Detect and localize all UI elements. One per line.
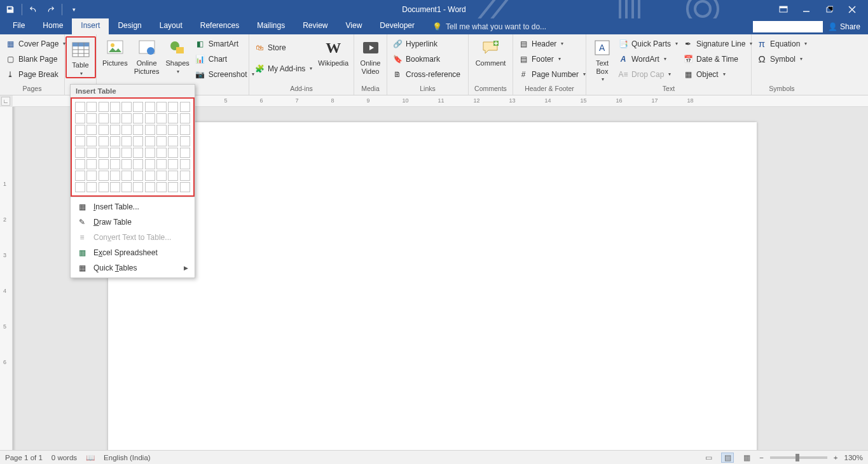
table-grid-cell[interactable] — [110, 125, 120, 135]
tab-layout[interactable]: Layout — [151, 18, 191, 34]
table-grid-cell[interactable] — [86, 113, 97, 123]
tab-home[interactable]: Home — [34, 18, 72, 34]
bookmark-button[interactable]: 🔖Bookmark — [390, 52, 463, 66]
table-grid-cell[interactable] — [99, 113, 109, 123]
table-grid-cell[interactable] — [99, 148, 109, 158]
table-grid-cell[interactable] — [75, 136, 85, 146]
object-button[interactable]: ▦Object▾ — [680, 67, 755, 81]
table-grid-cell[interactable] — [121, 136, 132, 146]
table-grid-cell[interactable] — [156, 171, 167, 181]
table-grid-cell[interactable] — [145, 102, 155, 112]
table-grid-cell[interactable] — [180, 102, 190, 112]
page-number-button[interactable]: #Page Number▾ — [516, 67, 588, 81]
table-grid-cell[interactable] — [156, 182, 167, 192]
table-grid-cell[interactable] — [75, 125, 85, 135]
table-grid-cell[interactable] — [121, 148, 132, 158]
tab-insert[interactable]: Insert — [72, 18, 109, 34]
online-video-button[interactable]: Online Video — [357, 36, 384, 75]
table-grid-cell[interactable] — [121, 171, 132, 181]
table-grid-cell[interactable] — [75, 182, 85, 192]
table-grid-cell[interactable] — [110, 148, 120, 158]
store-button[interactable]: 🛍Store — [252, 40, 315, 55]
table-grid-cell[interactable] — [86, 182, 97, 192]
comment-button[interactable]: Comment — [472, 36, 509, 67]
tab-review[interactable]: Review — [294, 18, 336, 34]
tab-file[interactable]: File — [4, 18, 34, 34]
zoom-in-button[interactable]: + — [834, 454, 838, 461]
table-grid-cell[interactable] — [86, 159, 97, 169]
status-language[interactable]: English (India) — [104, 454, 151, 461]
table-grid-cell[interactable] — [121, 125, 132, 135]
table-grid-cell[interactable] — [133, 136, 143, 146]
textbox-button[interactable]: AText Box▾ — [589, 36, 616, 82]
table-grid-cell[interactable] — [99, 136, 109, 146]
table-grid-cell[interactable] — [121, 182, 132, 192]
table-grid-cell[interactable] — [133, 113, 143, 123]
zoom-slider[interactable] — [770, 456, 827, 459]
table-grid-cell[interactable] — [145, 171, 155, 181]
tab-developer[interactable]: Developer — [371, 18, 424, 34]
shapes-button[interactable]: Shapes▾ — [163, 36, 193, 74]
table-grid-cell[interactable] — [121, 113, 132, 123]
table-grid-cell[interactable] — [180, 148, 190, 158]
vertical-ruler[interactable]: 123456 — [0, 107, 13, 450]
tab-stop-selector[interactable]: ∟ — [1, 97, 10, 106]
smartart-button[interactable]: ◧SmartArt — [193, 36, 257, 51]
proofing-icon[interactable]: 📖 — [86, 453, 95, 462]
zoom-out-button[interactable]: − — [759, 454, 764, 461]
table-grid-cell[interactable] — [75, 113, 85, 123]
table-grid-cell[interactable] — [156, 159, 167, 169]
table-grid-cell[interactable] — [110, 102, 120, 112]
qat-customize-icon[interactable]: ▾ — [67, 3, 80, 16]
table-grid-cell[interactable] — [99, 182, 109, 192]
table-grid-selector[interactable] — [71, 97, 195, 197]
crossref-button[interactable]: 🗎Cross-reference — [390, 67, 463, 81]
screenshot-button[interactable]: 📷Screenshot▾ — [193, 67, 257, 81]
table-grid-cell[interactable] — [86, 148, 97, 158]
print-layout-button[interactable]: ▤ — [721, 453, 734, 463]
table-grid-cell[interactable] — [75, 159, 85, 169]
table-grid-cell[interactable] — [180, 113, 190, 123]
table-grid-cell[interactable] — [156, 136, 167, 146]
table-grid-cell[interactable] — [86, 102, 97, 112]
blank-page-button[interactable]: ▢Blank Page — [3, 52, 68, 66]
symbol-button[interactable]: ΩSymbol▾ — [754, 52, 809, 66]
page-break-button[interactable]: ⤓Page Break — [3, 67, 68, 81]
table-grid-cell[interactable] — [110, 182, 120, 192]
table-grid-cell[interactable] — [145, 148, 155, 158]
table-grid-cell[interactable] — [168, 102, 178, 112]
equation-button[interactable]: πEquation▾ — [754, 36, 809, 51]
table-grid-cell[interactable] — [133, 171, 143, 181]
table-grid-cell[interactable] — [156, 125, 167, 135]
my-addins-button[interactable]: 🧩My Add-ins▾ — [252, 61, 315, 76]
share-button[interactable]: 👤 Share — [828, 22, 860, 31]
footer-button[interactable]: ▤Footer▾ — [516, 52, 588, 66]
minimize-icon[interactable] — [801, 4, 812, 15]
redo-icon[interactable] — [44, 3, 57, 16]
tab-view[interactable]: View — [337, 18, 371, 34]
table-grid-cell[interactable] — [156, 148, 167, 158]
close-icon[interactable] — [846, 4, 858, 15]
table-grid-cell[interactable] — [180, 171, 190, 181]
tab-design[interactable]: Design — [109, 18, 150, 34]
document-page[interactable] — [108, 122, 757, 464]
tell-me[interactable]: 💡 Tell me what you want to do... — [432, 18, 546, 34]
table-grid-cell[interactable] — [110, 159, 120, 169]
table-grid-cell[interactable] — [133, 159, 143, 169]
table-grid-cell[interactable] — [86, 125, 97, 135]
table-grid-cell[interactable] — [145, 182, 155, 192]
status-words[interactable]: 0 words — [52, 454, 77, 461]
signature-line-button[interactable]: ✒Signature Line▾ — [680, 36, 755, 51]
table-grid-cell[interactable] — [99, 171, 109, 181]
table-grid-cell[interactable] — [180, 136, 190, 146]
online-pictures-button[interactable]: Online Pictures — [131, 36, 163, 75]
tab-references[interactable]: References — [191, 18, 248, 34]
table-button[interactable]: Table ▾ — [67, 38, 94, 76]
zoom-level[interactable]: 130% — [844, 454, 863, 461]
table-grid-cell[interactable] — [180, 182, 190, 192]
tab-mailings[interactable]: Mailings — [248, 18, 294, 34]
table-grid-cell[interactable] — [99, 125, 109, 135]
table-grid-cell[interactable] — [110, 136, 120, 146]
search-input[interactable] — [753, 21, 823, 32]
table-grid-cell[interactable] — [110, 171, 120, 181]
